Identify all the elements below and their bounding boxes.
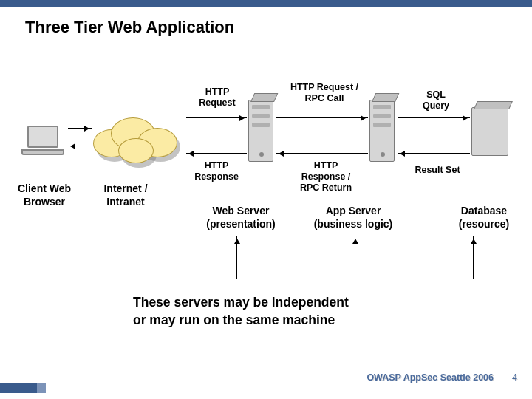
arrow-up-icon xyxy=(473,236,474,279)
arrow-right-icon xyxy=(186,117,247,118)
label-database: Database(resource) xyxy=(443,205,525,231)
database-icon xyxy=(471,107,508,156)
arrow-left-icon xyxy=(186,153,247,154)
label-web-server: Web Server(presentation) xyxy=(189,205,293,231)
diagram-stage: HTTPRequest HTTPResponse HTTP Request /R… xyxy=(0,85,532,277)
arrow-right-icon xyxy=(276,117,368,118)
footer-accent-bar xyxy=(0,383,37,393)
arrow-up-icon xyxy=(355,236,355,279)
label-app-server: App Server(business logic) xyxy=(294,205,412,231)
page-number: 4 xyxy=(512,372,517,383)
slide-title: Three Tier Web Application xyxy=(0,7,532,37)
label-http-response: HTTPResponse xyxy=(185,160,248,183)
label-result-set: Result Set xyxy=(408,165,467,176)
label-http-request: HTTPRequest xyxy=(191,86,244,109)
web-server-icon xyxy=(248,100,273,162)
label-rpc-return: HTTPResponse /RPC Return xyxy=(293,160,359,194)
label-rpc-call: HTTP Request /RPC Call xyxy=(281,82,368,104)
footer-event: OWASP AppSec Seattle 2006 xyxy=(366,372,494,383)
arrow-left-icon xyxy=(68,146,92,146)
arrow-up-icon xyxy=(236,236,237,279)
header-bar xyxy=(0,0,532,7)
label-sql-query: SQLQuery xyxy=(414,89,458,112)
app-server-icon xyxy=(369,100,395,162)
arrow-right-icon xyxy=(68,128,92,129)
footer: OWASP AppSec Seattle 2006 4 xyxy=(0,377,532,399)
arrow-right-icon xyxy=(398,117,470,118)
footer-accent-bar-light xyxy=(37,383,46,393)
arrow-left-icon xyxy=(276,153,368,154)
label-client: Client WebBrowser xyxy=(7,183,81,208)
cloud-icon xyxy=(89,113,185,165)
caption-text: These servers may be independent or may … xyxy=(133,294,502,329)
label-internet: Internet /Intranet xyxy=(89,183,163,208)
arrow-left-icon xyxy=(398,153,470,154)
laptop-icon xyxy=(21,126,65,161)
